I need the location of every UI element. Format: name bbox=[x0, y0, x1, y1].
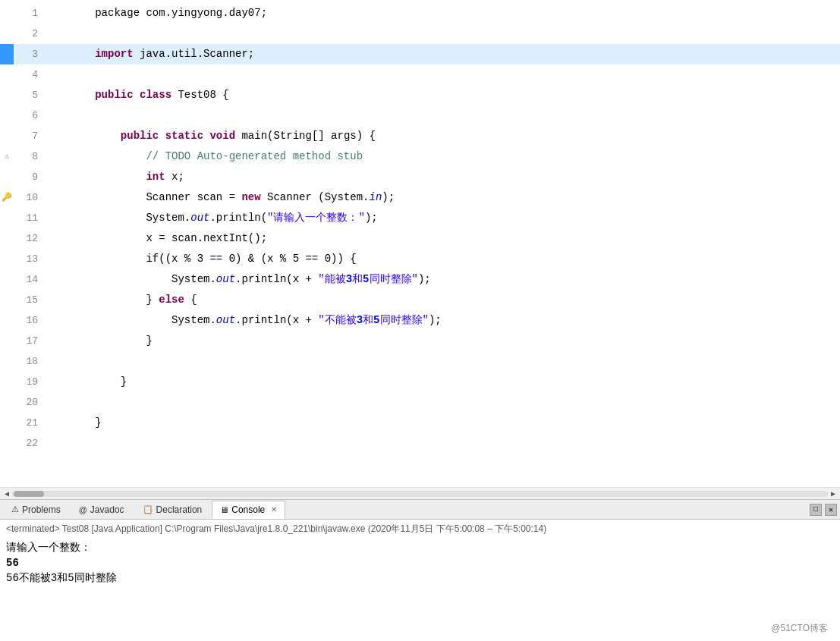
line-number-14: 14 bbox=[14, 269, 41, 290]
scroll-left-arrow[interactable]: ◀ bbox=[2, 489, 12, 499]
code-line-19: 19 } bbox=[0, 372, 840, 392]
line-number-2: 2 bbox=[14, 24, 41, 44]
tab-console[interactable]: 🖥 Console ✕ bbox=[212, 501, 285, 519]
line-number-4: 4 bbox=[14, 64, 41, 85]
bottom-panel: ⚠ Problems @ Javadoc 📋 Declaration 🖥 Con… bbox=[0, 499, 840, 641]
line-number-20: 20 bbox=[14, 392, 41, 413]
console-icon: 🖥 bbox=[220, 505, 228, 514]
javadoc-icon: @ bbox=[79, 505, 87, 514]
code-editor: 1 package com.yingyong.day07; 2 3 import… bbox=[0, 0, 840, 499]
line-number-9: 9 bbox=[14, 167, 41, 187]
code-lines: 1 package com.yingyong.day07; 2 3 import… bbox=[0, 0, 840, 487]
line-number-8: 8 bbox=[14, 146, 41, 167]
code-text: public bbox=[95, 89, 140, 101]
line-number-19: 19 bbox=[14, 372, 41, 392]
code-line-3: 3 import java.util.Scanner; bbox=[0, 44, 840, 64]
code-line-17: 17 } bbox=[0, 331, 840, 351]
code-line-1: 1 package com.yingyong.day07; bbox=[0, 3, 840, 24]
declaration-icon: 📋 bbox=[143, 504, 153, 514]
console-output-line-2: 56 bbox=[6, 555, 834, 570]
minimize-panel-button[interactable]: □ bbox=[810, 504, 822, 516]
tab-declaration[interactable]: 📋 Declaration bbox=[134, 501, 211, 519]
tab-console-label: Console bbox=[231, 504, 265, 515]
line-marker-3 bbox=[0, 44, 14, 64]
scrollbar-track[interactable] bbox=[12, 491, 828, 497]
code-text: class bbox=[140, 89, 178, 101]
panel-controls: □ ✕ bbox=[810, 504, 837, 516]
line-number-11: 11 bbox=[14, 208, 41, 228]
line-number-7: 7 bbox=[14, 126, 41, 146]
line-number-3: 3 bbox=[14, 44, 41, 64]
line-number-22: 22 bbox=[14, 433, 41, 454]
line-number-12: 12 bbox=[14, 228, 41, 249]
line-number-18: 18 bbox=[14, 351, 41, 372]
console-terminated-text: <terminated> Test08 [Java Application] C… bbox=[6, 523, 834, 536]
code-text: } bbox=[95, 335, 153, 347]
code-line-5: 5 public class Test08 { bbox=[0, 85, 840, 105]
console-close-icon[interactable]: ✕ bbox=[271, 505, 277, 514]
console-output-line-1: 请输入一个整数： bbox=[6, 540, 834, 555]
line-number-16: 16 bbox=[14, 310, 41, 331]
watermark-text: @51CTO博客 bbox=[771, 622, 828, 635]
line-number-13: 13 bbox=[14, 249, 41, 269]
scroll-right-arrow[interactable]: ▶ bbox=[828, 489, 838, 499]
code-text: package com.yingyong.day07; bbox=[95, 7, 267, 19]
code-text: } bbox=[95, 375, 127, 388]
scrollbar-thumb[interactable] bbox=[14, 491, 44, 497]
code-text: Test08 { bbox=[178, 89, 228, 101]
line-marker-10: 🔑 bbox=[0, 187, 14, 208]
line-content-21: } bbox=[41, 392, 840, 454]
tab-declaration-label: Declaration bbox=[156, 504, 203, 515]
tabs-bar: ⚠ Problems @ Javadoc 📋 Declaration 🖥 Con… bbox=[0, 500, 840, 520]
code-text: java.util.Scanner; bbox=[140, 48, 254, 60]
tab-javadoc[interactable]: @ Javadoc bbox=[71, 501, 133, 519]
close-panel-button[interactable]: ✕ bbox=[825, 504, 837, 516]
horizontal-scrollbar[interactable]: ◀ ▶ bbox=[0, 487, 840, 499]
line-number-21: 21 bbox=[14, 413, 41, 433]
console-area: <terminated> Test08 [Java Application] C… bbox=[0, 520, 840, 641]
problems-icon: ⚠ bbox=[11, 504, 19, 514]
tab-javadoc-label: Javadoc bbox=[90, 504, 124, 515]
line-number-1: 1 bbox=[14, 3, 41, 24]
line-number-6: 6 bbox=[14, 105, 41, 126]
line-number-10: 10 bbox=[14, 187, 41, 208]
line-number-15: 15 bbox=[14, 290, 41, 310]
code-line-21: 21 } bbox=[0, 413, 840, 433]
tab-problems-label: Problems bbox=[22, 504, 61, 515]
code-text: } bbox=[95, 416, 101, 429]
code-text: import bbox=[95, 48, 140, 60]
line-marker-8: ⚠ bbox=[0, 146, 14, 167]
console-output-line-3: 56不能被3和5同时整除 bbox=[6, 570, 834, 586]
tab-problems[interactable]: ⚠ Problems bbox=[3, 501, 69, 519]
line-number-17: 17 bbox=[14, 331, 41, 351]
line-number-5: 5 bbox=[14, 85, 41, 105]
